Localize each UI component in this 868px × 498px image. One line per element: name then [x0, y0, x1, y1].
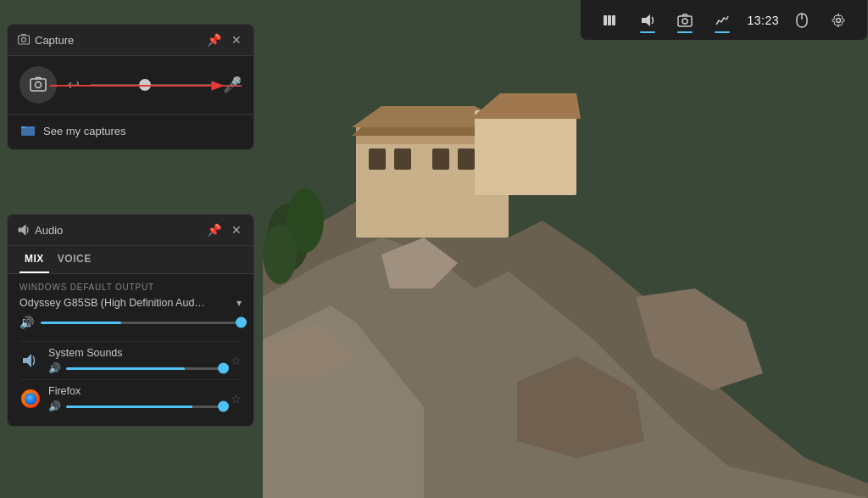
firefox-name: Firefox: [48, 385, 224, 397]
system-sounds-info: System Sounds 🔊: [48, 347, 224, 374]
capture-panel-title: Capture: [18, 34, 74, 47]
pin-icon[interactable]: 📌: [205, 31, 223, 48]
audio-section-label: WINDOWS DEFAULT OUTPUT: [19, 283, 242, 292]
firefox-fill: [66, 406, 192, 408]
svg-rect-22: [604, 15, 607, 25]
volume-icon[interactable]: [635, 8, 660, 33]
capture-icon[interactable]: [672, 8, 698, 33]
capture-controls-area: ↩ 🎤 —: [8, 56, 253, 114]
firefox-icon: [21, 389, 40, 408]
settings-icon[interactable]: [826, 8, 851, 33]
device-chevron-icon[interactable]: ▾: [236, 297, 242, 309]
tab-voice[interactable]: VOICE: [53, 246, 97, 273]
main-volume-slider[interactable]: [41, 322, 242, 324]
firefox-icon-area: [19, 388, 42, 410]
svg-rect-11: [458, 148, 475, 170]
svg-rect-8: [369, 148, 386, 170]
system-sounds-row: System Sounds 🔊 ☆: [19, 341, 242, 379]
system-sounds-fill: [66, 367, 185, 370]
firefox-star-icon[interactable]: ☆: [231, 392, 242, 406]
svg-rect-9: [394, 148, 411, 170]
clock-display: 13:23: [748, 14, 780, 27]
audio-device-name: Odyssey G85SB (High Definition Audio D..…: [19, 297, 206, 309]
capture-panel: Capture 📌 ✕ ↩ 🎤 —: [7, 24, 254, 150]
main-volume-icon: 🔊: [19, 316, 34, 329]
capture-panel-header: Capture 📌 ✕: [8, 25, 253, 56]
firefox-row: Firefox 🔊 ☆: [19, 379, 242, 417]
capture-slider[interactable]: [90, 66, 213, 104]
system-sounds-star-icon[interactable]: ☆: [231, 354, 242, 367]
audio-header-controls: 📌 ✕: [205, 221, 243, 238]
svg-point-27: [682, 19, 687, 24]
camera-title-icon: [18, 34, 30, 46]
system-sounds-name: System Sounds: [48, 347, 224, 359]
svg-point-34: [36, 82, 42, 88]
audio-pin-icon[interactable]: 📌: [205, 221, 223, 238]
svg-rect-33: [31, 79, 46, 91]
firefox-thumb: [218, 401, 229, 412]
system-sounds-slider-row: 🔊: [48, 362, 224, 374]
screenshot-button[interactable]: [19, 66, 57, 104]
microphone-muted-icon[interactable]: 🎤 —: [223, 76, 242, 94]
audio-panel: Audio 📌 ✕ MIX VOICE WINDOWS DEFAULT OUTP…: [7, 214, 254, 427]
svg-rect-26: [678, 16, 692, 26]
audio-panel-header: Audio 📌 ✕: [8, 215, 253, 246]
svg-rect-24: [612, 15, 615, 25]
captures-folder-icon: [19, 122, 36, 139]
svg-marker-39: [23, 354, 31, 367]
main-volume-fill: [41, 322, 121, 324]
svg-rect-10: [432, 148, 449, 170]
svg-marker-25: [642, 14, 650, 26]
system-sounds-thumb: [218, 363, 229, 374]
system-sounds-vol-icon: 🔊: [48, 362, 61, 374]
firefox-vol-icon: 🔊: [48, 400, 61, 412]
slider-track: [90, 84, 213, 87]
firefox-slider-row: 🔊: [48, 400, 224, 412]
svg-point-30: [836, 18, 840, 22]
see-captures-text: See my captures: [43, 125, 126, 137]
performance-icon[interactable]: [709, 8, 735, 33]
audio-content: WINDOWS DEFAULT OUTPUT Odyssey G85SB (Hi…: [8, 274, 253, 426]
mouse-icon[interactable]: [791, 8, 813, 33]
timer-icon[interactable]: ↩: [67, 76, 80, 94]
svg-rect-13: [475, 110, 576, 195]
system-sounds-slider[interactable]: [66, 367, 224, 370]
svg-rect-31: [19, 36, 30, 44]
see-captures-link[interactable]: See my captures: [8, 115, 253, 149]
firefox-info: Firefox 🔊: [48, 385, 224, 412]
firefox-slider[interactable]: [66, 406, 224, 408]
svg-rect-23: [608, 15, 611, 25]
svg-point-32: [22, 38, 26, 42]
audio-title-icon: [18, 224, 30, 236]
tab-mix[interactable]: MIX: [19, 246, 49, 273]
library-icon[interactable]: [597, 8, 622, 33]
system-sounds-icon: [21, 351, 40, 370]
top-bar: 13:23: [580, 0, 868, 41]
slider-thumb: [139, 79, 151, 91]
audio-device-row: Odyssey G85SB (High Definition Audio D..…: [19, 297, 242, 309]
svg-marker-38: [19, 225, 25, 235]
main-volume-thumb: [236, 317, 247, 328]
main-volume-row: 🔊: [19, 316, 242, 329]
system-sounds-icon-area: [19, 350, 42, 372]
svg-point-17: [263, 225, 297, 284]
audio-panel-title: Audio: [18, 224, 63, 237]
close-icon[interactable]: ✕: [230, 31, 243, 48]
audio-close-icon[interactable]: ✕: [230, 221, 243, 238]
audio-tabs: MIX VOICE: [8, 246, 253, 274]
capture-header-controls: 📌 ✕: [205, 31, 243, 48]
